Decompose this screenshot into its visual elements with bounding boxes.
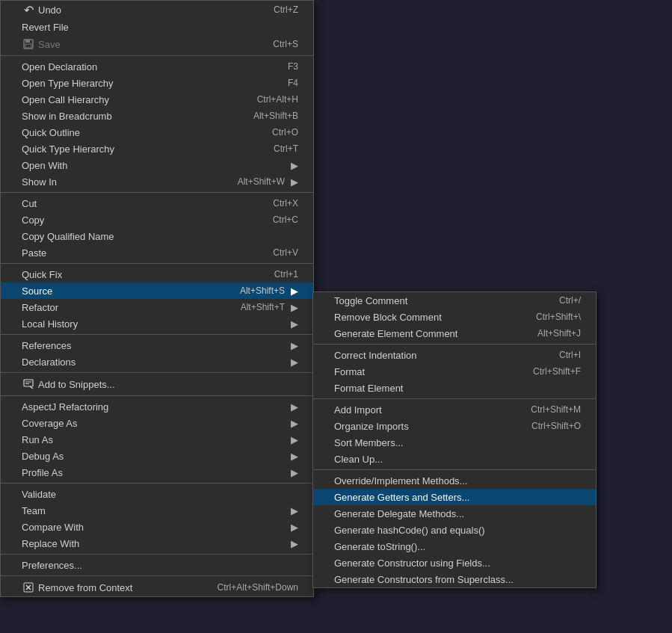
menu-item-revert-file[interactable]: Revert File	[1, 19, 313, 35]
menu-item-team[interactable]: Team ▶	[1, 502, 313, 519]
menu-label: Generate Constructor using Fields...	[334, 558, 581, 569]
submenu-item-generate-constructor-fields[interactable]: Generate Constructor using Fields...	[313, 555, 596, 571]
submenu-item-generate-getters-setters[interactable]: Generate Getters and Setters...	[313, 489, 596, 505]
menu-shortcut: F3	[288, 61, 298, 72]
menu-shortcut: Alt+Shift+B	[253, 111, 298, 121]
menu-item-local-history[interactable]: Local History ▶	[1, 315, 313, 332]
menu-shortcut: Ctrl+X	[273, 198, 298, 209]
submenu-item-generate-tostring[interactable]: Generate toString()...	[313, 538, 596, 555]
menu-label: Generate Element Comment	[334, 328, 523, 339]
menu-item-quick-fix[interactable]: Quick Fix Ctrl+1	[1, 266, 313, 282]
menu-label: Validate	[22, 489, 298, 500]
submenu-arrow-icon: ▶	[291, 318, 298, 330]
menu-label: Clean Up...	[334, 454, 581, 465]
context-menu: ↶ Undo Ctrl+Z Revert File Save Ctrl+S Op…	[0, 0, 314, 597]
submenu-item-sort-members[interactable]: Sort Members...	[313, 434, 596, 451]
menu-label: Copy	[22, 214, 258, 226]
menu-item-source[interactable]: Source Alt+Shift+S ▶	[1, 282, 313, 299]
menu-shortcut: Alt+Shift+T	[241, 302, 285, 312]
menu-label: Source	[22, 285, 225, 297]
menu-item-coverage-as[interactable]: Coverage As ▶	[1, 415, 313, 431]
submenu-arrow-icon: ▶	[291, 505, 298, 516]
menu-shortcut: F4	[288, 78, 298, 88]
submenu-arrow-icon: ▶	[291, 418, 298, 429]
menu-item-open-type-hierarchy[interactable]: Open Type Hierarchy F4	[1, 75, 313, 91]
menu-label: Generate Delegate Methods...	[334, 508, 581, 519]
menu-label: Generate Constructors from Superclass...	[334, 574, 581, 585]
menu-item-copy-qualified-name[interactable]: Copy Qualified Name	[1, 228, 313, 244]
menu-item-open-with[interactable]: Open With ▶	[1, 157, 313, 173]
submenu-arrow-icon: ▶	[291, 451, 298, 462]
menu-item-profile-as[interactable]: Profile As ▶	[1, 464, 313, 481]
menu-item-declarations[interactable]: Declarations ▶	[1, 353, 313, 370]
menu-item-copy[interactable]: Copy Ctrl+C	[1, 211, 313, 228]
separator	[1, 483, 313, 484]
menu-label: Team	[22, 505, 285, 516]
menu-shortcut: Ctrl+Shift+\	[536, 312, 581, 322]
submenu-item-generate-element-comment[interactable]: Generate Element Comment Alt+Shift+J	[313, 325, 596, 342]
submenu-item-generate-delegate-methods[interactable]: Generate Delegate Methods...	[313, 505, 596, 522]
snippets-icon	[22, 377, 35, 391]
submenu-item-format[interactable]: Format Ctrl+Shift+F	[313, 363, 596, 380]
menu-shortcut: Ctrl+Shift+F	[533, 366, 581, 377]
submenu-arrow-icon: ▶	[291, 302, 298, 313]
menu-item-cut[interactable]: Cut Ctrl+X	[1, 195, 313, 211]
menu-label: Open Declaration	[22, 61, 273, 72]
menu-item-debug-as[interactable]: Debug As ▶	[1, 448, 313, 464]
submenu-item-generate-constructors-superclass[interactable]: Generate Constructors from Superclass...	[313, 571, 596, 587]
submenu-item-format-element[interactable]: Format Element	[313, 380, 596, 396]
menu-label: Refactor	[22, 302, 226, 313]
menu-label: AspectJ Refactoring	[22, 401, 285, 413]
menu-item-paste[interactable]: Paste Ctrl+V	[1, 244, 313, 261]
submenu-item-remove-block-comment[interactable]: Remove Block Comment Ctrl+Shift+\	[313, 309, 596, 325]
menu-shortcut: Alt+Shift+J	[537, 328, 581, 339]
menu-item-show-in[interactable]: Show In Alt+Shift+W ▶	[1, 173, 313, 190]
menu-shortcut: Ctrl+Z	[274, 4, 298, 15]
menu-item-quick-outline[interactable]: Quick Outline Ctrl+O	[1, 124, 313, 141]
menu-item-save[interactable]: Save Ctrl+S	[1, 35, 313, 53]
menu-item-quick-type-hierarchy[interactable]: Quick Type Hierarchy Ctrl+T	[1, 141, 313, 157]
menu-shortcut: Ctrl+S	[273, 39, 298, 49]
svg-rect-3	[24, 380, 33, 386]
menu-label: Generate hashCode() and equals()	[334, 525, 581, 536]
menu-item-replace-with[interactable]: Replace With ▶	[1, 535, 313, 552]
menu-item-preferences[interactable]: Preferences...	[1, 557, 313, 573]
submenu-arrow-icon: ▶	[291, 340, 298, 351]
submenu-item-clean-up[interactable]: Clean Up...	[313, 451, 596, 467]
menu-label: Quick Type Hierarchy	[22, 143, 259, 155]
submenu-arrow-icon: ▶	[291, 434, 298, 445]
menu-label: Format Element	[334, 383, 581, 394]
menu-item-add-to-snippets[interactable]: Add to Snippets...	[1, 375, 313, 393]
menu-label: Debug As	[22, 451, 285, 462]
submenu-item-generate-hashcode-equals[interactable]: Generate hashCode() and equals()	[313, 522, 596, 538]
menu-label: Remove Block Comment	[334, 312, 521, 323]
submenu-item-override-implement-methods[interactable]: Override/Implement Methods...	[313, 472, 596, 489]
menu-label: Profile As	[22, 467, 285, 478]
separator	[313, 398, 596, 399]
menu-label: Generate Getters and Setters...	[334, 492, 581, 503]
menu-item-refactor[interactable]: Refactor Alt+Shift+T ▶	[1, 299, 313, 315]
menu-item-undo[interactable]: ↶ Undo Ctrl+Z	[1, 1, 313, 19]
menu-item-remove-from-context[interactable]: Remove from Context Ctrl+Alt+Shift+Down	[1, 578, 313, 596]
separator	[1, 554, 313, 555]
submenu-item-correct-indentation[interactable]: Correct Indentation Ctrl+I	[313, 347, 596, 363]
menu-item-open-declaration[interactable]: Open Declaration F3	[1, 58, 313, 75]
menu-label: Paste	[22, 247, 258, 259]
submenu-item-toggle-comment[interactable]: Toggle Comment Ctrl+/	[313, 292, 596, 309]
menu-shortcut: Ctrl+O	[272, 127, 298, 138]
menu-shortcut: Ctrl+1	[274, 269, 298, 280]
menu-item-compare-with[interactable]: Compare With ▶	[1, 519, 313, 535]
menu-item-show-in-breadcrumb[interactable]: Show in Breadcrumb Alt+Shift+B	[1, 108, 313, 124]
submenu-arrow-icon: ▶	[291, 176, 298, 188]
menu-label: Organize Imports	[334, 421, 517, 432]
remove-icon	[22, 581, 35, 594]
menu-item-references[interactable]: References ▶	[1, 337, 313, 353]
menu-item-validate[interactable]: Validate	[1, 486, 313, 502]
menu-item-aspectj-refactoring[interactable]: AspectJ Refactoring ▶	[1, 398, 313, 415]
menu-item-open-call-hierarchy[interactable]: Open Call Hierarchy Ctrl+Alt+H	[1, 91, 313, 108]
submenu-arrow-icon: ▶	[291, 467, 298, 478]
submenu-item-organize-imports[interactable]: Organize Imports Ctrl+Shift+O	[313, 418, 596, 434]
menu-item-run-as[interactable]: Run As ▶	[1, 431, 313, 448]
submenu-item-add-import[interactable]: Add Import Ctrl+Shift+M	[313, 401, 596, 418]
menu-label: Coverage As	[22, 418, 285, 429]
